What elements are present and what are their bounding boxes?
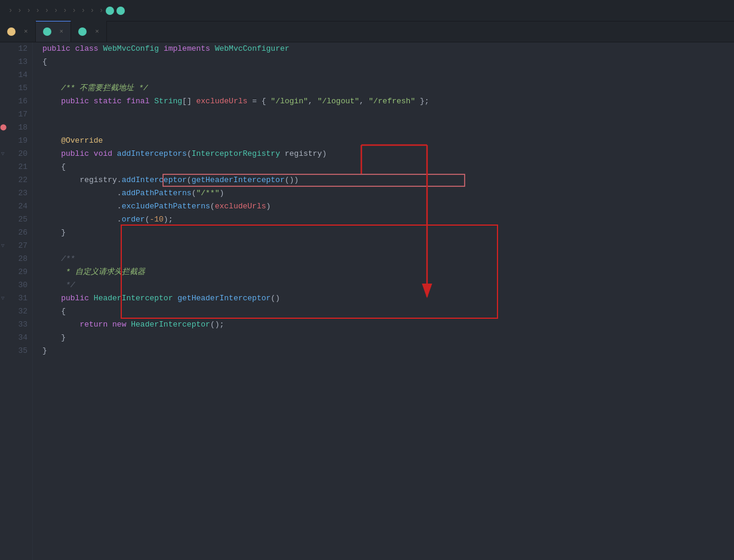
gutter-line-31: 31▽ [10, 292, 27, 305]
gutter-line-15: 15 [10, 82, 27, 95]
tab-authfilter-close[interactable]: × [24, 28, 28, 35]
gutter-line-28: 28 [10, 253, 27, 266]
code-line-26: } [42, 226, 734, 239]
gutter-line-21: 21 [10, 161, 27, 174]
tab-headerinterceptor[interactable]: × [71, 21, 107, 42]
code-line-16: public static final String[] excludeUrls… [42, 95, 734, 108]
headerinterceptor-tab-icon [78, 27, 87, 36]
tab-webmvcconfig-close[interactable]: × [60, 28, 64, 35]
code-line-17 [42, 108, 734, 121]
gutter-line-22: 22 [10, 174, 27, 187]
tab-authfilter[interactable]: × [0, 21, 36, 42]
code-line-24: .excludePathPatterns(excludeUrls) [42, 200, 734, 213]
gutter-line-19: 19 [10, 134, 27, 147]
code-line-30: */ [42, 279, 734, 292]
tab-bar: × × × [0, 21, 734, 42]
gutter-line-13: 13 [10, 56, 27, 69]
gutter-line-33: 33 [10, 318, 27, 331]
editor-container: 12131415161718⬤1920▽21222324252627▽28293… [0, 42, 734, 560]
gutter-line-30: 30 [10, 279, 27, 292]
code-line-28: /** [42, 253, 734, 266]
code-line-19: @Override [42, 134, 734, 147]
gutter-line-32: 32 [10, 305, 27, 318]
gutter-line-25: 25 [10, 213, 27, 226]
authfilter-tab-icon [7, 27, 16, 36]
tab-webmvcconfig[interactable]: × [36, 21, 72, 42]
code-line-34: } [42, 331, 734, 344]
gutter-line-14: 14 [10, 69, 27, 82]
gutter-line-35: 35 [10, 344, 27, 358]
breadcrumb-item-file-icon[interactable] [106, 7, 127, 15]
code-line-35: } [42, 344, 734, 358]
gutter-line-29: 29 [10, 266, 27, 279]
code-line-33: return new HeaderInterceptor(); [42, 318, 734, 331]
tab-headerinterceptor-close[interactable]: × [95, 28, 99, 35]
code-line-14 [42, 69, 734, 82]
webmvcconfig-icon [116, 7, 125, 15]
gutter-line-20: 20▽ [10, 147, 27, 161]
code-line-32: { [42, 305, 734, 318]
code-line-22: registry.addInterceptor(getHeaderInterce… [42, 174, 734, 187]
gutter-line-12: 12 [10, 42, 27, 56]
code-line-31: public HeaderInterceptor getHeaderInterc… [42, 292, 734, 305]
code-line-13: { [42, 56, 734, 69]
gutter-line-27: 27▽ [10, 239, 27, 253]
line-gutter: 12131415161718⬤1920▽21222324252627▽28293… [0, 42, 33, 560]
code-line-21: { [42, 161, 734, 174]
gutter-line-16: 16 [10, 95, 27, 108]
code-line-20: public void addInterceptors(InterceptorR… [42, 147, 734, 161]
gutter-line-26: 26 [10, 226, 27, 239]
gutter-line-18: 18⬤ [10, 121, 27, 134]
code-line-29: * 自定义请求头拦截器 [42, 266, 734, 279]
breadcrumb: › › › › › › › › › › › [0, 0, 734, 21]
code-area[interactable]: public class WebMvcConfig implements Web… [33, 42, 734, 560]
code-line-23: .addPathPatterns("/**") [42, 187, 734, 200]
gutter-line-34: 34 [10, 331, 27, 344]
gutter-line-23: 23 [10, 187, 27, 200]
gutter-line-17: 17 [10, 108, 27, 121]
gutter-line-24: 24 [10, 200, 27, 213]
webmvcconfig-tab-icon [43, 27, 51, 36]
code-line-25: .order(-10); [42, 213, 734, 226]
code-line-12: public class WebMvcConfig implements Web… [42, 42, 734, 56]
code-line-15: /** 不需要拦截地址 */ [42, 82, 734, 95]
code-line-27 [42, 239, 734, 253]
code-line-18 [42, 121, 734, 134]
